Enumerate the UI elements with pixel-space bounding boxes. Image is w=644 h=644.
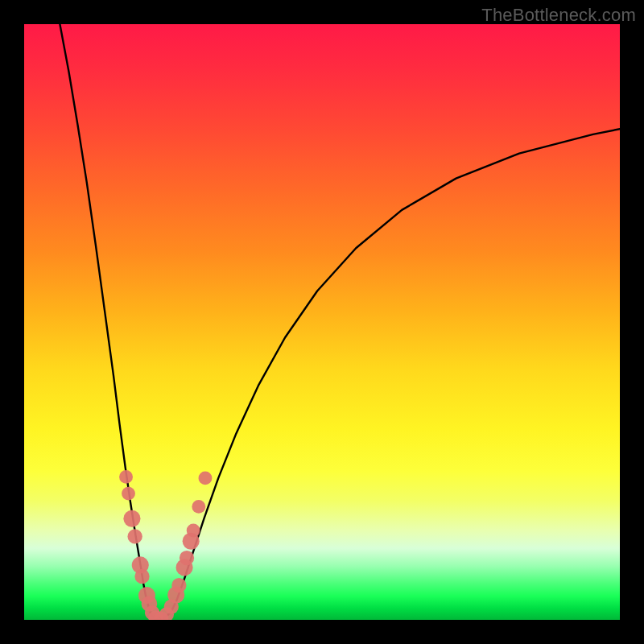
chart-frame: TheBottleneck.com — [0, 0, 644, 644]
data-marker — [187, 524, 200, 538]
data-marker — [192, 500, 205, 514]
data-marker — [119, 470, 133, 484]
plot-area — [24, 24, 620, 620]
watermark-text: TheBottleneck.com — [481, 5, 636, 26]
data-marker — [122, 487, 135, 501]
data-marker — [123, 510, 140, 527]
data-marker — [128, 529, 142, 543]
data-marker — [171, 578, 186, 592]
data-marker — [180, 551, 194, 565]
bottleneck-curve-chart — [24, 24, 620, 620]
data-marker — [199, 471, 213, 485]
bottleneck-curve — [60, 24, 620, 620]
data-marker — [134, 569, 149, 584]
